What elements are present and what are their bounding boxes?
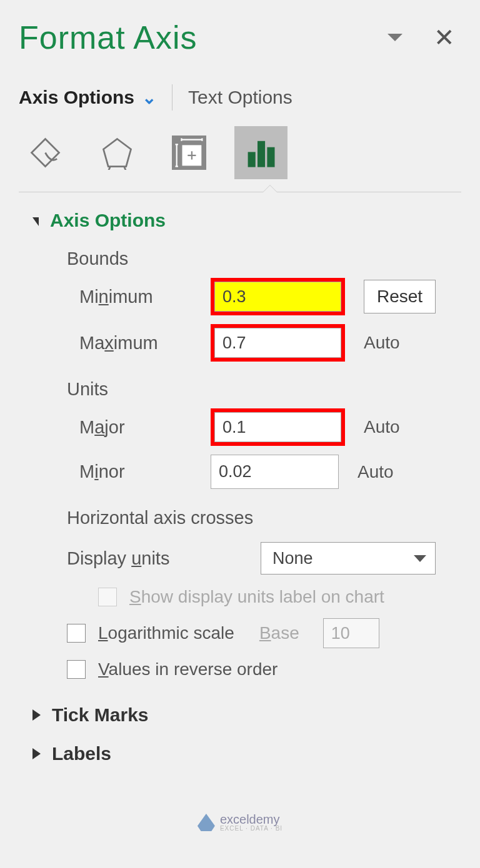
section-axis-options-toggle[interactable]: Axis Options [32,210,461,231]
tab-text-options[interactable]: Text Options [188,87,292,108]
log-scale-checkbox[interactable] [67,624,86,643]
section-axis-options-title: Axis Options [50,210,166,231]
svg-marker-0 [104,139,131,167]
svg-rect-11 [248,152,256,167]
show-units-label: Show display units label on chart [129,587,384,607]
minimum-label: Minimum [79,287,211,307]
section-labels-toggle[interactable]: Labels [32,743,461,764]
units-label: Units [67,379,461,400]
minor-auto-label: Auto [358,462,394,482]
major-input[interactable] [214,412,341,442]
section-tick-marks-title: Tick Marks [52,704,149,726]
tab-axis-options-label: Axis Options [19,87,134,108]
minor-input[interactable] [211,455,339,489]
base-label: Base [259,623,299,643]
minor-label: Minor [79,461,211,482]
close-icon[interactable]: ✕ [434,25,455,50]
chevron-down-icon: ⌄ [142,87,156,108]
pane-title: Format Axis [19,19,198,56]
tab-axis-options[interactable]: Axis Options ⌄ [19,87,156,108]
svg-rect-12 [258,141,265,167]
axis-options-icon[interactable] [234,126,288,179]
major-auto-label: Auto [364,417,400,437]
base-input [323,618,379,648]
watermark-logo-icon [198,814,215,831]
bounds-label: Bounds [67,249,461,269]
collapse-icon [32,217,39,226]
display-units-value: None [272,549,313,568]
minimum-input[interactable] [214,282,341,312]
fill-line-icon[interactable] [19,126,72,179]
section-tick-marks-toggle[interactable]: Tick Marks [32,704,461,726]
log-scale-label: Logarithmic scale [98,623,234,643]
watermark: exceldemy EXCEL · DATA · BI [198,813,282,832]
display-units-dropdown[interactable]: None [261,542,436,575]
display-units-label: Display units [67,548,261,569]
svg-rect-13 [267,147,274,167]
watermark-sub: EXCEL · DATA · BI [220,826,282,832]
dropdown-caret-icon [414,555,426,562]
maximum-auto-label: Auto [364,333,400,353]
tab-divider [172,84,172,111]
watermark-main: exceldemy [220,813,282,826]
major-label: Major [79,417,211,438]
minimum-reset-button[interactable]: Reset [364,280,436,313]
reverse-order-checkbox[interactable] [67,660,86,679]
maximum-label: Maximum [79,333,211,353]
expand-icon [32,748,41,759]
size-properties-icon[interactable] [162,126,216,179]
separator [19,192,461,192]
expand-icon [32,709,41,721]
effects-icon[interactable] [91,126,144,179]
maximum-input[interactable] [214,328,341,358]
pane-options-dropdown[interactable] [388,34,402,41]
section-labels-title: Labels [52,743,111,764]
show-units-checkbox [98,588,117,606]
horizontal-axis-crosses-label: Horizontal axis crosses [67,508,461,528]
reverse-order-label: Values in reverse order [98,659,278,679]
